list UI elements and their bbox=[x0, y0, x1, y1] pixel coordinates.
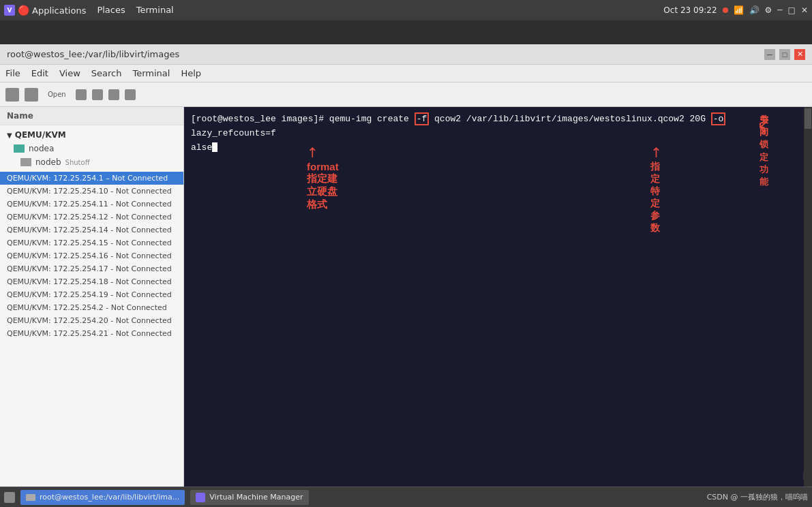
toolbar-icon-1 bbox=[5, 88, 19, 102]
vm-list-panel: Name ▼ QEMU/KVM nodea nodeb Shutoff QE bbox=[0, 107, 184, 487]
close-icon[interactable]: ✕ bbox=[801, 5, 808, 15]
applications-label[interactable]: Applications bbox=[32, 5, 86, 16]
taskbar-terminal-item[interactable]: root@westos_lee:/var/lib/libvirt/ima... bbox=[20, 490, 185, 505]
top-bar-left: V 🔴 Applications Places Terminal bbox=[4, 5, 174, 16]
scrollbar-right[interactable] bbox=[804, 107, 812, 487]
open-label: Open bbox=[48, 91, 66, 98]
applications-menu[interactable]: 🔴 Applications bbox=[18, 5, 86, 16]
fm-window-controls: ─ □ ✕ bbox=[764, 49, 805, 60]
menu-file[interactable]: File bbox=[5, 68, 20, 78]
settings-icon: ⚙ bbox=[765, 5, 772, 15]
terminal-output[interactable]: [root@westos_lee images]# qemu-img creat… bbox=[184, 107, 812, 487]
qemu-expand-icon[interactable]: ▼ bbox=[7, 132, 12, 139]
vm-item-6[interactable]: QEMU/KVM: 172.25.254.16 - Not Connected bbox=[0, 249, 183, 262]
terminal-command-line-2: alse bbox=[191, 141, 805, 155]
top-bar-menu: 🔴 Applications Places Terminal bbox=[18, 5, 174, 16]
qemu-group-label: QEMU/KVM bbox=[15, 130, 66, 140]
fm-content: Name ▼ QEMU/KVM nodea nodeb Shutoff QE bbox=[0, 107, 812, 487]
qemu-section: ▼ QEMU/KVM nodea nodeb Shutoff bbox=[0, 125, 183, 172]
minimize-icon[interactable]: ─ bbox=[777, 5, 782, 15]
flag-f: -f bbox=[415, 112, 430, 125]
cmd-post: lazy_refcounts=f bbox=[191, 128, 276, 138]
qemu-group-header: ▼ QEMU/KVM bbox=[0, 128, 183, 142]
vm-item-2[interactable]: QEMU/KVM: 172.25.254.11 - Not Connected bbox=[0, 198, 183, 211]
vm-label-6: QEMU/KVM: 172.25.254.16 - Not Connected bbox=[7, 251, 172, 260]
vm-item-3[interactable]: QEMU/KVM: 172.25.254.12 - Not Connected bbox=[0, 211, 183, 224]
vm-item-4[interactable]: QEMU/KVM: 172.25.254.14 - Not Connected bbox=[0, 224, 183, 236]
vm-label-1: QEMU/KVM: 172.25.254.10 - Not Connected bbox=[7, 187, 172, 196]
vm-label-3: QEMU/KVM: 172.25.254.12 - Not Connected bbox=[7, 213, 172, 221]
vm-item-8[interactable]: QEMU/KVM: 172.25.254.18 - Not Connected bbox=[0, 275, 183, 288]
cmd-mid: qcow2 /var/lib/libvirt/images/westoslinu… bbox=[429, 114, 710, 124]
terminal-menu[interactable]: Terminal bbox=[136, 5, 174, 16]
toolbar-icon-sq bbox=[108, 89, 119, 100]
fm-close-btn[interactable]: ✕ bbox=[794, 49, 805, 60]
toolbar-icon-p bbox=[76, 89, 87, 100]
volume-icon: 🔊 bbox=[749, 5, 760, 15]
menu-help[interactable]: Help bbox=[181, 68, 201, 78]
vm-item-11[interactable]: QEMU/KVM: 172.25.254.20 - Not Connected bbox=[0, 314, 183, 327]
fm-minimize-btn[interactable]: ─ bbox=[764, 49, 775, 60]
taskbar: root@westos_lee:/var/lib/libvirt/ima... … bbox=[0, 487, 812, 507]
flag-o: -o bbox=[711, 112, 726, 125]
os-top-bar: V 🔴 Applications Places Terminal Oct 23 … bbox=[0, 0, 812, 20]
taskbar-right-text: CSDN @ 一孤独的狼，喵呜喵 bbox=[707, 492, 808, 502]
fm-window: root@westos_lee:/var/lib/libvirt/images … bbox=[0, 44, 812, 487]
vm-item-5[interactable]: QEMU/KVM: 172.25.254.15 - Not Connected bbox=[0, 236, 183, 249]
terminal-taskbar-icon bbox=[26, 494, 35, 501]
vm-item-7[interactable]: QEMU/KVM: 172.25.254.17 - Not Connected bbox=[0, 262, 183, 275]
vm-label-10: QEMU/KVM: 172.25.254.2 - Not Connected bbox=[7, 303, 167, 312]
taskbar-vmm-item[interactable]: Virtual Machine Manager bbox=[190, 490, 308, 505]
menu-edit[interactable]: Edit bbox=[31, 68, 48, 78]
nodeb-icon bbox=[20, 158, 31, 166]
toolbar-icon-d bbox=[92, 89, 103, 100]
virt-manager-icon: V bbox=[4, 5, 15, 16]
vm-label-12: QEMU/KVM: 172.25.254.21 - Not Connected bbox=[7, 329, 172, 338]
nodeb-status: Shutoff bbox=[65, 159, 90, 166]
apps-icon: 🔴 bbox=[18, 5, 29, 16]
vm-item-1[interactable]: QEMU/KVM: 172.25.254.10 - Not Connected bbox=[0, 185, 183, 198]
fm-menubar: File Edit View Search Terminal Help bbox=[0, 65, 812, 82]
vm-item-10[interactable]: QEMU/KVM: 172.25.254.2 - Not Connected bbox=[0, 301, 183, 314]
scroll-thumb[interactable] bbox=[805, 108, 811, 129]
vm-label-4: QEMU/KVM: 172.25.254.14 - Not Connected bbox=[7, 226, 172, 234]
wifi-icon: 📶 bbox=[734, 5, 744, 15]
sidebar-name-header: Name bbox=[0, 107, 183, 125]
csdn-label: CSDN @ 一孤独的狼，喵呜喵 bbox=[707, 493, 808, 502]
nodea-label: nodea bbox=[29, 144, 54, 153]
vm-item-12[interactable]: QEMU/KVM: 172.25.254.21 - Not Connected bbox=[0, 327, 183, 340]
vmm-taskbar-icon bbox=[196, 493, 205, 502]
fm-maximize-btn[interactable]: □ bbox=[779, 49, 790, 60]
menu-search[interactable]: Search bbox=[91, 68, 122, 78]
toolbar-icon-2 bbox=[25, 88, 38, 102]
vm-item-0[interactable]: QEMU/KVM: 172.25.254.1 – Not Connected bbox=[0, 172, 183, 185]
menu-terminal[interactable]: Terminal bbox=[132, 68, 170, 78]
terminal-cursor bbox=[212, 142, 217, 152]
cmd-alse: alse bbox=[191, 142, 212, 153]
maximize-icon[interactable]: □ bbox=[788, 5, 796, 15]
fm-title: root@westos_lee:/var/lib/libvirt/images bbox=[7, 49, 179, 59]
red-dot bbox=[723, 7, 728, 13]
nodeb-label: nodeb bbox=[35, 157, 61, 167]
vm-label-9: QEMU/KVM: 172.25.254.19 - Not Connected bbox=[7, 290, 172, 299]
terminal-main-area: [root@westos_lee images]# qemu-img creat… bbox=[184, 107, 812, 487]
open-button[interactable]: Open bbox=[44, 89, 70, 99]
taskbar-vmm-label: Virtual Machine Manager bbox=[209, 493, 303, 502]
places-menu[interactable]: Places bbox=[97, 5, 125, 16]
nodea-icon bbox=[14, 144, 25, 153]
taskbar-expand-icon[interactable] bbox=[4, 492, 15, 503]
vm-label-7: QEMU/KVM: 172.25.254.17 - Not Connected bbox=[7, 264, 172, 273]
terminal-command-line: [root@westos_lee images]# qemu-img creat… bbox=[191, 112, 805, 141]
vm-label-2: QEMU/KVM: 172.25.254.11 - Not Connected bbox=[7, 200, 172, 209]
datetime: Oct 23 09:22 bbox=[663, 5, 717, 15]
vm-label-5: QEMU/KVM: 172.25.254.15 - Not Connected bbox=[7, 239, 172, 247]
vm-label-8: QEMU/KVM: 172.25.254.18 - Not Connected bbox=[7, 277, 172, 286]
toolbar-icon-extra bbox=[125, 89, 136, 100]
top-bar-right: Oct 23 09:22 📶 🔊 ⚙ ─ □ ✕ bbox=[663, 5, 808, 15]
node-nodea[interactable]: nodea bbox=[0, 142, 183, 155]
node-nodeb[interactable]: nodeb Shutoff bbox=[0, 155, 183, 169]
terminal-prompt: [root@westos_lee images]# qemu-img creat… bbox=[191, 114, 415, 124]
menu-view[interactable]: View bbox=[59, 68, 80, 78]
taskbar-terminal-label: root@westos_lee:/var/lib/libvirt/ima... bbox=[40, 493, 179, 502]
vm-item-9[interactable]: QEMU/KVM: 172.25.254.19 - Not Connected bbox=[0, 288, 183, 301]
